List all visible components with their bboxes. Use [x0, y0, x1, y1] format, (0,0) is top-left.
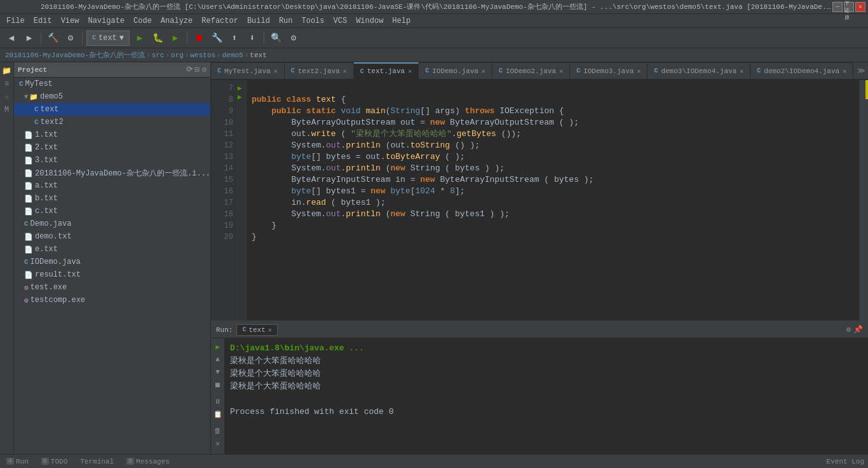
tree-2txt[interactable]: 📄 2.txt	[14, 141, 210, 154]
tree-text2[interactable]: C text2	[14, 116, 210, 128]
left-gutter: 📁 ≡ ☆ M	[0, 62, 14, 454]
close-button[interactable]: ✕	[855, 2, 865, 12]
gutter-structure-icon[interactable]: ≡	[3, 78, 10, 90]
restore-button[interactable]: 向下还原	[844, 2, 854, 12]
tree-demo-txt[interactable]: 📄 demo.txt	[14, 230, 210, 243]
menu-refactor[interactable]: Refactor	[198, 15, 242, 27]
run-scroll-down-button[interactable]: ▼	[212, 366, 224, 378]
toolbar-tools[interactable]: 🔧	[209, 31, 224, 46]
tree-1txt[interactable]: 📄 1.txt	[14, 128, 210, 141]
tab-close-text[interactable]: ✕	[408, 67, 412, 75]
run-close-button[interactable]: ✕	[212, 437, 224, 449]
event-log-link[interactable]: Event Log	[827, 458, 864, 465]
tree-ctxt[interactable]: 📄 c.txt	[14, 205, 210, 217]
toolbar-settings[interactable]: ⚙	[286, 31, 301, 46]
menu-edit[interactable]: Edit	[30, 15, 56, 27]
tab-iodemo4-demo3[interactable]: C demo3\IODemo4.java ✕	[648, 62, 750, 79]
run-config-selector[interactable]: C text ▼	[86, 31, 130, 46]
menu-run[interactable]: Run	[275, 15, 297, 27]
bc-demo5[interactable]: demo5	[222, 52, 243, 59]
toolbar-build-button[interactable]: 🔨	[45, 31, 60, 46]
run-with-coverage-button[interactable]: ▶	[168, 31, 183, 46]
toolbar-back-button[interactable]: ◀	[4, 31, 19, 46]
tab-iodemo[interactable]: C IODemo.java ✕	[419, 62, 492, 79]
run-settings-icon[interactable]: ⚙	[846, 325, 851, 334]
tree-testexe[interactable]: ⚙ test.exe	[14, 281, 210, 294]
code-editor[interactable]: 7 8 9 10 11 12 13 14 15 16 17 18 19 20	[211, 80, 868, 320]
menu-code[interactable]: Code	[130, 15, 156, 27]
tab-close-iodemo4-demo3[interactable]: ✕	[740, 67, 743, 75]
menu-view[interactable]: View	[57, 15, 83, 27]
menu-build[interactable]: Build	[243, 15, 274, 27]
java-file-icon: C	[19, 80, 24, 88]
run-scroll-up-button[interactable]: ▲	[212, 354, 224, 365]
menu-vcs[interactable]: VCS	[330, 15, 351, 27]
run-pin-icon[interactable]: 📌	[853, 325, 863, 334]
run-rerun-button[interactable]: ▶	[212, 341, 224, 352]
tab-close-iodemo[interactable]: ✕	[482, 67, 485, 75]
tree-etxt[interactable]: 📄 e.txt	[14, 243, 210, 256]
tree-3txt[interactable]: 📄 3.txt	[14, 154, 210, 167]
tab-iodemo2[interactable]: C IODemo2.java ✕	[492, 62, 570, 79]
tab-close-text2[interactable]: ✕	[343, 67, 347, 75]
tab-close-iodemo4-demo2[interactable]: ✕	[843, 67, 846, 75]
debug-button[interactable]: 🐛	[150, 31, 165, 46]
toolbar-build2-button[interactable]: ⚙	[63, 31, 78, 46]
toolbar-vcs2[interactable]: ⬇	[245, 31, 260, 46]
toolbar-find[interactable]: 🔍	[268, 31, 283, 46]
menu-tools[interactable]: Tools	[298, 15, 329, 27]
bottom-tab-terminal[interactable]: Terminal	[78, 458, 116, 465]
bc-westos[interactable]: westos	[190, 52, 215, 59]
gutter-maven-icon[interactable]: M	[3, 104, 10, 116]
tree-demo5[interactable]: ▼ 📁 demo5	[14, 90, 210, 103]
toolbar-vcs[interactable]: ⬆	[227, 31, 242, 46]
run-softref-button[interactable]: 🗑	[212, 425, 224, 436]
stop-button[interactable]: ⏹	[191, 31, 207, 46]
tab-close-iodemo3[interactable]: ✕	[637, 67, 641, 75]
code-content[interactable]: public class text { public static void m…	[247, 80, 859, 320]
gutter-project-icon[interactable]: 📁	[1, 65, 13, 77]
tab-close-mytest[interactable]: ✕	[274, 67, 278, 75]
menu-window[interactable]: Window	[352, 15, 387, 27]
tree-text[interactable]: C text	[14, 103, 210, 116]
bc-project[interactable]: 20181106-MyJavaDemo-杂七杂八的一些流	[5, 50, 145, 60]
tab-overflow-button[interactable]: ≫	[853, 66, 868, 76]
bottom-tab-run[interactable]: 4 Run	[4, 458, 31, 465]
tab-text[interactable]: C text.java ✕	[354, 62, 419, 79]
bc-text[interactable]: text	[250, 52, 266, 59]
tab-text2[interactable]: C text2.java ✕	[285, 62, 354, 79]
tree-btxt[interactable]: 📄 b.txt	[14, 192, 210, 205]
sidebar-settings-icon[interactable]: ⚙	[202, 65, 207, 74]
tree-testcompexe[interactable]: ⚙ testcomp.exe	[14, 294, 210, 306]
sidebar-header: Project ⟳ ⊟ ⚙	[14, 62, 210, 78]
tree-demo-java[interactable]: C Demo.java	[14, 217, 210, 230]
tree-project-file[interactable]: 📄 20181106-MyJavaDemo-杂七杂八的一些流.i...	[14, 167, 210, 179]
tree-atxt[interactable]: 📄 a.txt	[14, 179, 210, 192]
minimize-button[interactable]: ─	[832, 2, 843, 12]
tab-iodemo3[interactable]: C IODemo3.java ✕	[570, 62, 648, 79]
sidebar-collapse-icon[interactable]: ⊟	[195, 65, 200, 74]
run-button[interactable]: ▶	[132, 31, 147, 46]
bottom-tab-messages[interactable]: 0 Messages	[124, 458, 172, 465]
tree-iodemo[interactable]: C IODemo.java	[14, 256, 210, 268]
menu-analyze[interactable]: Analyze	[157, 15, 196, 27]
run-dump-button[interactable]: 📋	[212, 408, 224, 420]
toolbar-forward-button[interactable]: ▶	[22, 31, 37, 46]
bottom-tab-todo[interactable]: 6 TODO	[39, 458, 70, 465]
run-pause-button[interactable]: ⏸	[212, 396, 224, 407]
sidebar-sync-icon[interactable]: ⟳	[186, 65, 193, 74]
run-stop-button[interactable]: ⏹	[212, 379, 224, 390]
menu-navigate[interactable]: Navigate	[84, 15, 128, 27]
run-tab-text[interactable]: C text ✕	[236, 324, 277, 336]
run-tab-close[interactable]: ✕	[268, 326, 272, 334]
menu-help[interactable]: Help	[388, 15, 414, 27]
gutter-favorites-icon[interactable]: ☆	[3, 91, 10, 103]
tab-iodemo4-demo2[interactable]: C demo2\IODemo4.java ✕	[750, 62, 853, 79]
bc-src[interactable]: src	[152, 52, 165, 59]
tab-close-iodemo2[interactable]: ✕	[559, 67, 563, 75]
tree-mytest[interactable]: C MyTest	[14, 78, 210, 90]
bc-org[interactable]: org	[171, 52, 184, 59]
tree-result[interactable]: 📄 result.txt	[14, 268, 210, 281]
menu-file[interactable]: File	[3, 15, 29, 27]
tab-mytest[interactable]: C MyTest.java ✕	[211, 62, 285, 79]
